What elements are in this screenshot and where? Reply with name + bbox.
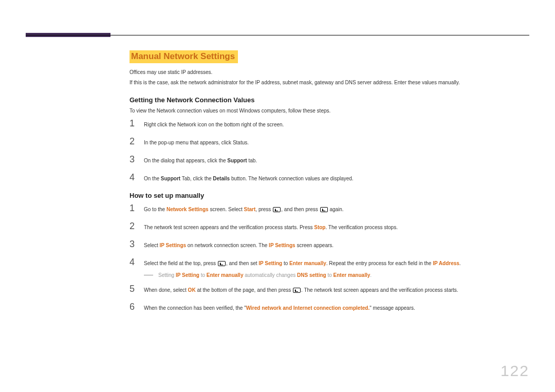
step-2: 2 In the pop-up menu that appears, click…	[130, 137, 529, 146]
t: Select the field at the top, press	[144, 260, 217, 266]
step-number: 1	[130, 119, 137, 128]
header-rule	[26, 35, 529, 35]
step-number: 4	[130, 173, 137, 182]
step-number: 3	[130, 155, 137, 164]
t: . Repeat the entry process for each fiel…	[326, 260, 433, 266]
t: .	[370, 272, 372, 278]
step-5: 5 When done, select OK at the bottom of …	[130, 284, 529, 294]
highlight: IP Address	[433, 260, 459, 266]
manual-page: Manual Network Settings Offices may use …	[0, 0, 555, 392]
t: , and then press	[281, 207, 320, 212]
enter-icon	[218, 261, 226, 266]
t: On the	[144, 176, 161, 181]
note-text: Setting IP Setting to Enter manually aut…	[158, 272, 372, 278]
highlight: Enter manually	[207, 272, 244, 278]
t: button. The Network connection values ar…	[230, 176, 354, 181]
intro-text-1: Offices may use static IP addresses.	[130, 68, 529, 77]
step-4: 4 Select the field at the top, press , a…	[130, 257, 529, 267]
t: On the dialog that appears, click the	[144, 158, 227, 163]
highlight: IP Setting	[258, 260, 282, 266]
t: screen. Select	[209, 207, 244, 212]
step-text: In the pop-up menu that appears, click S…	[144, 139, 529, 146]
t: When done, select	[144, 287, 188, 293]
t: . The network test screen appears and th…	[301, 287, 458, 293]
highlight: Start	[244, 207, 256, 212]
step-text: Go to the Network Settings screen. Selec…	[144, 206, 529, 213]
highlight: IP Settings	[160, 242, 187, 248]
highlight: IP Settings	[269, 242, 295, 248]
step-number: 1	[130, 203, 137, 213]
t: Go to the	[144, 207, 166, 212]
highlight: OK	[188, 287, 196, 293]
t: at the bottom of the page, and then pres…	[196, 287, 292, 293]
step-4: 4 On the Support Tab, click the Details …	[130, 173, 529, 182]
step-number: 5	[130, 284, 137, 293]
highlight: DNS setting	[297, 272, 326, 278]
t: " message appears.	[369, 305, 415, 311]
bold: Support	[227, 158, 247, 163]
step-text: When done, select OK at the bottom of th…	[144, 286, 529, 294]
step-text: On the Support Tab, click the Details bu…	[144, 175, 529, 182]
section2-steps: 1 Go to the Network Settings screen. Sel…	[130, 203, 529, 312]
t: Tab, click the	[180, 176, 213, 181]
t: to	[326, 272, 334, 278]
enter-icon	[273, 207, 281, 212]
enter-icon	[320, 207, 328, 212]
highlight: IP Setting	[176, 272, 199, 278]
t: .	[459, 260, 461, 266]
t: The network test screen appears and the …	[144, 225, 314, 230]
t: again.	[328, 207, 344, 212]
t: , and then set	[226, 260, 258, 266]
bold: Support	[161, 176, 180, 181]
step-1: 1 Right click the Network icon on the bo…	[130, 119, 529, 128]
note-dash-icon	[144, 275, 153, 275]
t: to	[199, 272, 207, 278]
page-title: Manual Network Settings	[130, 50, 238, 63]
enter-icon	[293, 288, 301, 293]
t: . The verification process stops.	[325, 225, 397, 230]
t: , press	[255, 207, 272, 212]
highlight: Network Settings	[166, 207, 209, 212]
step-text: When the connection has been verified, t…	[144, 304, 529, 312]
highlight: Wired network and Internet connection co…	[246, 305, 370, 311]
step-number: 3	[130, 239, 137, 249]
step-number: 2	[130, 221, 137, 231]
t: Setting	[158, 272, 176, 278]
step-text: The network test screen appears and the …	[144, 223, 529, 231]
step-number: 6	[130, 302, 137, 311]
t: When the connection has been verified, t…	[144, 305, 246, 311]
t: screen appears.	[295, 242, 334, 248]
step-text: Select IP Settings on network connection…	[144, 241, 529, 249]
highlight: Enter manually	[334, 272, 371, 278]
step-text: Right click the Network icon on the bott…	[144, 121, 529, 128]
section2-heading: How to set up manually	[130, 192, 529, 199]
content-area: Manual Network Settings Offices may use …	[130, 50, 529, 320]
page-number: 122	[501, 362, 529, 380]
step-3: 3 Select IP Settings on network connecti…	[130, 239, 529, 249]
step-3: 3 On the dialog that appears, click the …	[130, 155, 529, 164]
t: Select	[144, 242, 160, 248]
section1-heading: Getting the Network Connection Values	[130, 96, 529, 104]
step-1: 1 Go to the Network Settings screen. Sel…	[130, 203, 529, 213]
intro-text-2: If this is the case, ask the network adm…	[130, 79, 529, 87]
bold: Details	[213, 176, 230, 181]
t: automatically changes	[243, 272, 297, 278]
step-text: Select the field at the top, press , and…	[144, 259, 529, 267]
highlight: Enter manually	[289, 260, 326, 266]
step-6: 6 When the connection has been verified,…	[130, 302, 529, 312]
step-number: 4	[130, 257, 137, 267]
highlight: Stop	[314, 225, 325, 230]
section1-intro: To view the Network connection values on…	[130, 108, 529, 114]
step-number: 2	[130, 137, 137, 146]
t: tab.	[247, 158, 257, 163]
t: to	[282, 260, 289, 266]
note: Setting IP Setting to Enter manually aut…	[144, 272, 529, 278]
section1-steps: 1 Right click the Network icon on the bo…	[130, 119, 529, 182]
t: on network connection screen. The	[186, 242, 269, 248]
step-2: 2 The network test screen appears and th…	[130, 221, 529, 231]
step-text: On the dialog that appears, click the Su…	[144, 157, 529, 164]
